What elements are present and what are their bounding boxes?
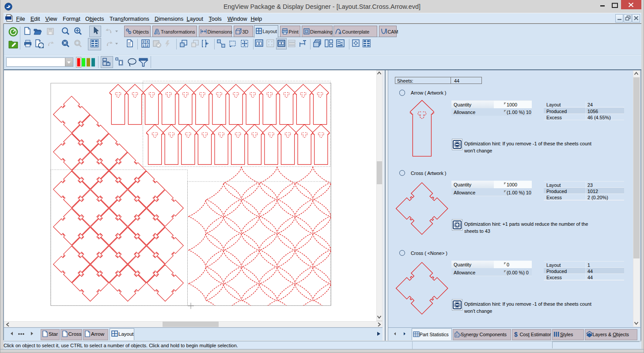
svg-text:$: $ bbox=[514, 331, 518, 338]
svg-text:c: c bbox=[456, 333, 458, 337]
